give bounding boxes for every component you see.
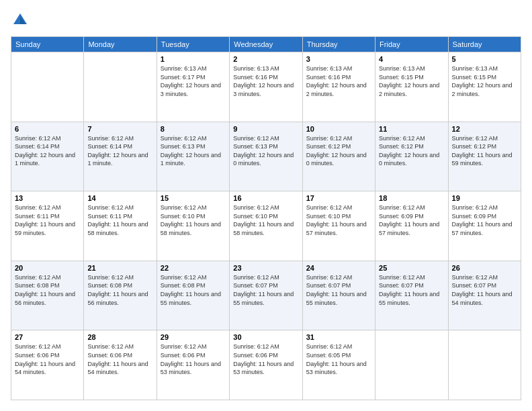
day-info: Sunrise: 6:12 AM Sunset: 6:08 PM Dayligh… xyxy=(87,273,152,307)
day-number: 20 xyxy=(15,264,80,272)
day-number: 3 xyxy=(306,55,371,63)
calendar-cell: 27Sunrise: 6:12 AM Sunset: 6:06 PM Dayli… xyxy=(11,330,84,400)
day-info: Sunrise: 6:12 AM Sunset: 6:06 PM Dayligh… xyxy=(87,342,152,376)
calendar-cell: 26Sunrise: 6:12 AM Sunset: 6:07 PM Dayli… xyxy=(448,261,521,330)
day-number: 5 xyxy=(452,55,517,63)
calendar-cell: 21Sunrise: 6:12 AM Sunset: 6:08 PM Dayli… xyxy=(84,261,157,330)
day-info: Sunrise: 6:12 AM Sunset: 6:09 PM Dayligh… xyxy=(452,203,517,237)
day-number: 31 xyxy=(306,333,371,341)
calendar-week-row: 1Sunrise: 6:13 AM Sunset: 6:17 PM Daylig… xyxy=(11,52,521,122)
day-number: 28 xyxy=(87,333,152,341)
day-number: 14 xyxy=(87,194,152,202)
day-info: Sunrise: 6:12 AM Sunset: 6:09 PM Dayligh… xyxy=(379,203,444,237)
day-info: Sunrise: 6:12 AM Sunset: 6:07 PM Dayligh… xyxy=(233,273,298,307)
day-info: Sunrise: 6:12 AM Sunset: 6:06 PM Dayligh… xyxy=(233,342,298,376)
calendar-cell: 17Sunrise: 6:12 AM Sunset: 6:10 PM Dayli… xyxy=(302,191,375,261)
calendar-cell: 24Sunrise: 6:12 AM Sunset: 6:07 PM Dayli… xyxy=(302,261,375,330)
calendar-cell: 2Sunrise: 6:13 AM Sunset: 6:16 PM Daylig… xyxy=(230,52,302,122)
calendar-cell: 29Sunrise: 6:12 AM Sunset: 6:06 PM Dayli… xyxy=(157,330,229,400)
calendar-cell: 15Sunrise: 6:12 AM Sunset: 6:10 PM Dayli… xyxy=(157,191,229,261)
day-of-week-header: Monday xyxy=(84,37,157,52)
day-number: 2 xyxy=(233,55,298,63)
calendar-week-row: 13Sunrise: 6:12 AM Sunset: 6:11 PM Dayli… xyxy=(11,191,521,261)
day-number: 4 xyxy=(379,55,444,63)
calendar-cell: 3Sunrise: 6:13 AM Sunset: 6:16 PM Daylig… xyxy=(302,52,375,122)
day-info: Sunrise: 6:12 AM Sunset: 6:06 PM Dayligh… xyxy=(15,342,80,376)
calendar-cell: 20Sunrise: 6:12 AM Sunset: 6:08 PM Dayli… xyxy=(11,261,84,330)
header xyxy=(11,11,521,30)
calendar-cell: 9Sunrise: 6:12 AM Sunset: 6:13 PM Daylig… xyxy=(230,122,302,191)
calendar-week-row: 20Sunrise: 6:12 AM Sunset: 6:08 PM Dayli… xyxy=(11,261,521,330)
calendar-cell: 31Sunrise: 6:12 AM Sunset: 6:05 PM Dayli… xyxy=(302,330,375,400)
day-info: Sunrise: 6:12 AM Sunset: 6:05 PM Dayligh… xyxy=(306,342,371,376)
calendar-cell xyxy=(11,52,84,122)
calendar-cell: 23Sunrise: 6:12 AM Sunset: 6:07 PM Dayli… xyxy=(230,261,302,330)
day-info: Sunrise: 6:13 AM Sunset: 6:15 PM Dayligh… xyxy=(452,64,517,98)
calendar-cell: 19Sunrise: 6:12 AM Sunset: 6:09 PM Dayli… xyxy=(448,191,521,261)
calendar-cell: 13Sunrise: 6:12 AM Sunset: 6:11 PM Dayli… xyxy=(11,191,84,261)
day-number: 23 xyxy=(233,264,298,272)
day-number: 22 xyxy=(161,264,226,272)
day-info: Sunrise: 6:12 AM Sunset: 6:13 PM Dayligh… xyxy=(233,134,298,168)
day-number: 27 xyxy=(15,333,80,341)
calendar-cell: 12Sunrise: 6:12 AM Sunset: 6:12 PM Dayli… xyxy=(448,122,521,191)
day-number: 30 xyxy=(233,333,298,341)
logo xyxy=(11,11,32,30)
calendar-cell xyxy=(84,52,157,122)
calendar-cell: 11Sunrise: 6:12 AM Sunset: 6:12 PM Dayli… xyxy=(375,122,448,191)
day-number: 15 xyxy=(161,194,226,202)
calendar: SundayMondayTuesdayWednesdayThursdayFrid… xyxy=(11,36,521,400)
day-info: Sunrise: 6:13 AM Sunset: 6:16 PM Dayligh… xyxy=(233,64,298,98)
day-number: 12 xyxy=(452,125,517,133)
day-info: Sunrise: 6:12 AM Sunset: 6:11 PM Dayligh… xyxy=(87,203,152,237)
day-info: Sunrise: 6:12 AM Sunset: 6:12 PM Dayligh… xyxy=(452,134,517,168)
day-info: Sunrise: 6:12 AM Sunset: 6:14 PM Dayligh… xyxy=(15,134,80,168)
day-number: 10 xyxy=(306,125,371,133)
day-number: 1 xyxy=(161,55,226,63)
day-number: 25 xyxy=(379,264,444,272)
day-of-week-header: Sunday xyxy=(11,37,84,52)
calendar-cell: 4Sunrise: 6:13 AM Sunset: 6:15 PM Daylig… xyxy=(375,52,448,122)
day-info: Sunrise: 6:12 AM Sunset: 6:07 PM Dayligh… xyxy=(379,273,444,307)
calendar-cell: 22Sunrise: 6:12 AM Sunset: 6:08 PM Dayli… xyxy=(157,261,229,330)
day-number: 18 xyxy=(379,194,444,202)
day-number: 11 xyxy=(379,125,444,133)
day-of-week-header: Friday xyxy=(375,37,448,52)
calendar-cell: 30Sunrise: 6:12 AM Sunset: 6:06 PM Dayli… xyxy=(230,330,302,400)
day-of-week-header: Wednesday xyxy=(230,37,302,52)
day-number: 21 xyxy=(87,264,152,272)
page: SundayMondayTuesdayWednesdayThursdayFrid… xyxy=(0,0,532,411)
day-info: Sunrise: 6:12 AM Sunset: 6:06 PM Dayligh… xyxy=(161,342,226,376)
day-info: Sunrise: 6:12 AM Sunset: 6:11 PM Dayligh… xyxy=(15,203,80,237)
calendar-week-row: 6Sunrise: 6:12 AM Sunset: 6:14 PM Daylig… xyxy=(11,122,521,191)
day-number: 7 xyxy=(87,125,152,133)
day-of-week-header: Tuesday xyxy=(157,37,229,52)
day-number: 29 xyxy=(161,333,226,341)
day-info: Sunrise: 6:12 AM Sunset: 6:12 PM Dayligh… xyxy=(306,134,371,168)
calendar-cell xyxy=(448,330,521,400)
calendar-cell: 14Sunrise: 6:12 AM Sunset: 6:11 PM Dayli… xyxy=(84,191,157,261)
day-info: Sunrise: 6:12 AM Sunset: 6:07 PM Dayligh… xyxy=(306,273,371,307)
calendar-cell: 10Sunrise: 6:12 AM Sunset: 6:12 PM Dayli… xyxy=(302,122,375,191)
day-number: 24 xyxy=(306,264,371,272)
calendar-cell: 28Sunrise: 6:12 AM Sunset: 6:06 PM Dayli… xyxy=(84,330,157,400)
calendar-cell xyxy=(375,330,448,400)
calendar-cell: 25Sunrise: 6:12 AM Sunset: 6:07 PM Dayli… xyxy=(375,261,448,330)
day-of-week-header: Saturday xyxy=(448,37,521,52)
day-info: Sunrise: 6:12 AM Sunset: 6:12 PM Dayligh… xyxy=(379,134,444,168)
calendar-cell: 1Sunrise: 6:13 AM Sunset: 6:17 PM Daylig… xyxy=(157,52,229,122)
day-info: Sunrise: 6:12 AM Sunset: 6:10 PM Dayligh… xyxy=(306,203,371,237)
calendar-cell: 5Sunrise: 6:13 AM Sunset: 6:15 PM Daylig… xyxy=(448,52,521,122)
day-number: 19 xyxy=(452,194,517,202)
day-info: Sunrise: 6:12 AM Sunset: 6:14 PM Dayligh… xyxy=(87,134,152,168)
calendar-cell: 8Sunrise: 6:12 AM Sunset: 6:13 PM Daylig… xyxy=(157,122,229,191)
calendar-cell: 16Sunrise: 6:12 AM Sunset: 6:10 PM Dayli… xyxy=(230,191,302,261)
day-number: 13 xyxy=(15,194,80,202)
day-number: 9 xyxy=(233,125,298,133)
day-info: Sunrise: 6:12 AM Sunset: 6:10 PM Dayligh… xyxy=(161,203,226,237)
logo-icon xyxy=(11,11,30,30)
day-info: Sunrise: 6:12 AM Sunset: 6:08 PM Dayligh… xyxy=(15,273,80,307)
calendar-cell: 6Sunrise: 6:12 AM Sunset: 6:14 PM Daylig… xyxy=(11,122,84,191)
day-number: 6 xyxy=(15,125,80,133)
day-number: 16 xyxy=(233,194,298,202)
